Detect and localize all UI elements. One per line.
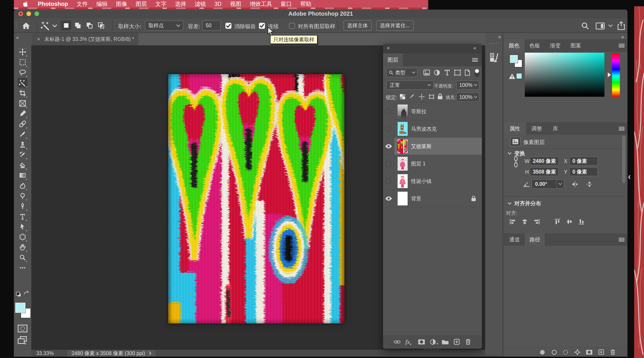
new-group-icon[interactable] (442, 339, 449, 345)
selection-mode-add[interactable] (73, 20, 83, 30)
tool-history-brush[interactable] (18, 150, 28, 160)
visibility-cell[interactable] (383, 103, 394, 120)
tool-smudge[interactable] (18, 181, 28, 190)
visibility-cell[interactable] (383, 120, 394, 138)
tab-libraries[interactable]: 库 (548, 122, 564, 135)
tab-patterns[interactable]: 图案 (566, 39, 586, 52)
layer-hidden-box[interactable] (386, 178, 391, 184)
dock-column-grip[interactable] (489, 43, 499, 44)
foreground-color-swatch[interactable] (15, 303, 26, 313)
align-bottom-edges-icon[interactable] (578, 219, 584, 225)
opacity-select[interactable]: 100% (456, 80, 480, 90)
tab-swatches[interactable]: 色板 (524, 39, 545, 52)
menu-item-view[interactable]: 视图 (230, 0, 241, 7)
tab-color[interactable]: 颜色 (504, 39, 524, 52)
workspace-switcher-icon[interactable] (596, 22, 605, 29)
anti-alias-checkbox[interactable] (226, 23, 232, 29)
tool-magic-wand[interactable] (18, 78, 28, 88)
dock-column-bottom-grip[interactable] (485, 355, 503, 357)
tool-pen[interactable] (18, 201, 28, 211)
document-artwork[interactable] (168, 74, 344, 323)
layer-row-bojack[interactable]: 马男波杰克 (383, 120, 482, 138)
menu-item-layer[interactable]: 图层 (136, 0, 147, 7)
edge-collapse-arrow-icon[interactable]: ‹ (628, 172, 631, 181)
tool-preset-chevron-icon[interactable] (52, 24, 57, 27)
properties-scrollbar[interactable] (622, 136, 626, 183)
layer-thumbnail[interactable] (398, 192, 408, 205)
share-icon[interactable] (618, 21, 625, 30)
selection-mode-new[interactable] (61, 20, 71, 30)
selection-mode-subtract[interactable] (84, 20, 94, 30)
filter-shape-layer-icon[interactable] (454, 69, 461, 76)
panel-collapse-icon[interactable]: « (474, 45, 476, 51)
w-input[interactable]: 2480 像素 (530, 157, 559, 166)
transform-section-chevron[interactable] (508, 152, 512, 155)
tool-more-tools[interactable] (18, 263, 28, 273)
sample-size-select[interactable]: 取样点 (145, 20, 183, 31)
align-section-chevron[interactable] (508, 202, 512, 205)
angle-select[interactable]: 0.00° (532, 179, 564, 189)
layer-hidden-box[interactable] (386, 161, 391, 167)
tool-gradient[interactable] (18, 171, 28, 180)
layer-hidden-box[interactable] (386, 109, 391, 114)
layer-row-guaidanxiaozhen[interactable]: 怪诞小镇 (383, 173, 482, 190)
color-panel-menu-icon[interactable] (619, 44, 624, 47)
sample-all-layers-checkbox[interactable] (289, 23, 295, 29)
quick-mask-icon[interactable] (18, 325, 28, 333)
filter-adjustment-layer-icon[interactable] (434, 69, 440, 76)
add-layer-mask-icon[interactable] (418, 339, 425, 345)
align-section-title[interactable]: 对齐并分布 (514, 200, 541, 207)
selection-mode-intersect[interactable] (96, 20, 106, 30)
dock-expand-icon[interactable]: « (498, 34, 501, 40)
menu-item-edit[interactable]: 编辑 (96, 0, 108, 7)
tool-dodge[interactable] (18, 191, 28, 201)
magic-wand-tool-icon[interactable] (41, 21, 50, 30)
tool-type[interactable] (18, 211, 28, 221)
lock-position-icon[interactable] (419, 94, 425, 100)
fill-path-icon[interactable] (540, 350, 545, 355)
layers-tab[interactable]: 图层 (383, 53, 403, 66)
menu-item-help[interactable]: 帮助 (300, 0, 312, 7)
new-path-icon[interactable] (598, 349, 604, 355)
menu-item-plugins[interactable]: 增效工具 (250, 0, 272, 7)
tool-lasso[interactable] (18, 68, 28, 77)
menu-app-name[interactable]: Photoshop (38, 0, 68, 7)
color-foreground-swatch[interactable] (510, 55, 518, 63)
layer-style-icon[interactable]: fx▾ (406, 339, 412, 346)
tab-properties[interactable]: 属性 (504, 122, 526, 135)
tool-healing-brush[interactable] (18, 119, 28, 129)
filter-pixel-layer-icon[interactable] (423, 69, 430, 76)
sample-all-layers-label[interactable]: 对所有图层取样 (298, 23, 336, 30)
dock-collapse-icon[interactable]: » (621, 34, 624, 40)
layer-row-tuceng1[interactable]: 图层 1 (383, 155, 482, 173)
visibility-cell[interactable] (383, 173, 394, 190)
panel-close-icon[interactable]: × (386, 45, 390, 52)
lock-image-pixels-icon[interactable] (409, 94, 415, 100)
layer-thumbnail[interactable] (398, 122, 408, 136)
menu-item-select[interactable]: 选择 (175, 0, 186, 7)
layers-panel-header[interactable]: × « (383, 44, 482, 53)
search-icon[interactable] (582, 22, 589, 30)
workspace-chevron-icon[interactable] (608, 24, 613, 27)
layer-row-aideilaisi[interactable]: 艾德莱斯 (383, 138, 482, 155)
contiguous-checkbox[interactable] (259, 23, 265, 29)
link-layers-icon[interactable] (394, 340, 400, 344)
window-title-bar[interactable]: Adobe Photoshop 2021 (14, 9, 628, 18)
align-top-edges-icon[interactable] (554, 219, 560, 225)
tool-hand[interactable] (18, 242, 28, 252)
hue-slider[interactable] (612, 53, 620, 97)
x-input[interactable]: 0 像素 (569, 157, 598, 166)
tab-adjustments[interactable]: 调整 (526, 122, 548, 135)
color-picker-ring[interactable] (552, 52, 558, 58)
default-colors-icon[interactable] (16, 291, 22, 297)
layer-thumbnail[interactable] (398, 157, 408, 171)
align-horizontal-centers-icon[interactable] (522, 219, 528, 225)
menu-item-filter[interactable]: 滤镜 (195, 0, 206, 7)
lock-transparent-pixels-icon[interactable] (400, 94, 406, 100)
home-button[interactable] (22, 22, 30, 29)
layer-thumbnail[interactable] (398, 105, 408, 118)
paths-panel-menu-icon[interactable] (619, 238, 624, 241)
apple-menu-icon[interactable] (23, 1, 28, 7)
panel-resize-grip[interactable] (424, 349, 440, 350)
filter-toggle[interactable] (474, 69, 480, 77)
